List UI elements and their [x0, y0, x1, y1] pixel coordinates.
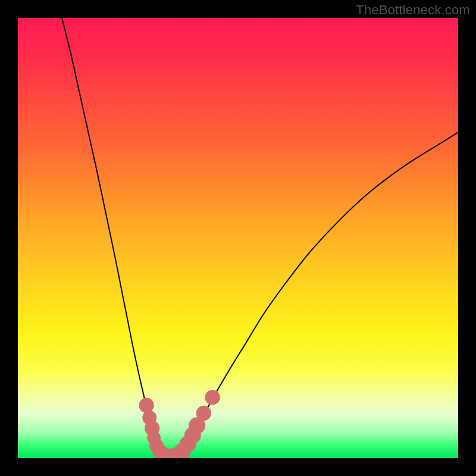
highlight-dot [205, 390, 220, 405]
chart-svg [18, 18, 458, 458]
plot-area [18, 18, 458, 458]
highlight-dots [139, 390, 220, 458]
right-curve [168, 132, 458, 458]
highlight-dot [139, 398, 154, 413]
left-curve [62, 18, 168, 458]
watermark-text: TheBottleneck.com [356, 2, 470, 18]
chart-frame: TheBottleneck.com [0, 0, 476, 476]
highlight-dot [196, 406, 211, 421]
